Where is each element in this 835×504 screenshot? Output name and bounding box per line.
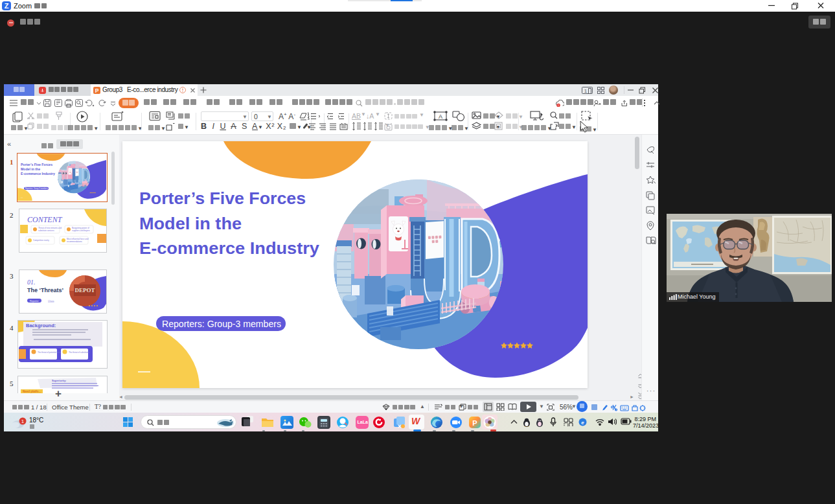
svg-text:DEPOT: DEPOT (74, 287, 95, 293)
svg-text:recommendations: recommendations (67, 240, 82, 243)
svg-text:P: P (95, 87, 99, 93)
svg-text:Chara: Chara (48, 300, 54, 303)
svg-text:!: ! (558, 104, 558, 107)
svg-text:1: 1 (584, 87, 588, 93)
svg-text:01.: 01. (27, 279, 36, 286)
svg-text:1: 1 (21, 418, 25, 424)
svg-text:The threat of substitutes: The threat of substitutes (69, 351, 90, 354)
svg-text:Background:: Background: (26, 323, 56, 328)
svg-text:Need platfo...: Need platfo... (23, 390, 41, 393)
svg-text:CONTENT: CONTENT (27, 215, 63, 224)
svg-text:P: P (472, 419, 477, 427)
svg-text:A: A (439, 113, 442, 120)
svg-text:substitute services: substitute services (38, 229, 54, 232)
svg-text:e: e (581, 420, 584, 426)
svg-text:suppliers and buyers: suppliers and buyers (72, 229, 90, 232)
svg-text:The threat of potential entran: The threat of potential entrants (38, 351, 64, 354)
svg-text:The ‘Threats’: The ‘Threats’ (27, 287, 63, 293)
svg-text:Superiority:: Superiority: (52, 379, 66, 382)
svg-text:Reporter: Reporter (30, 300, 39, 303)
svg-text:Competitive rivalry: Competitive rivalry (33, 239, 49, 242)
